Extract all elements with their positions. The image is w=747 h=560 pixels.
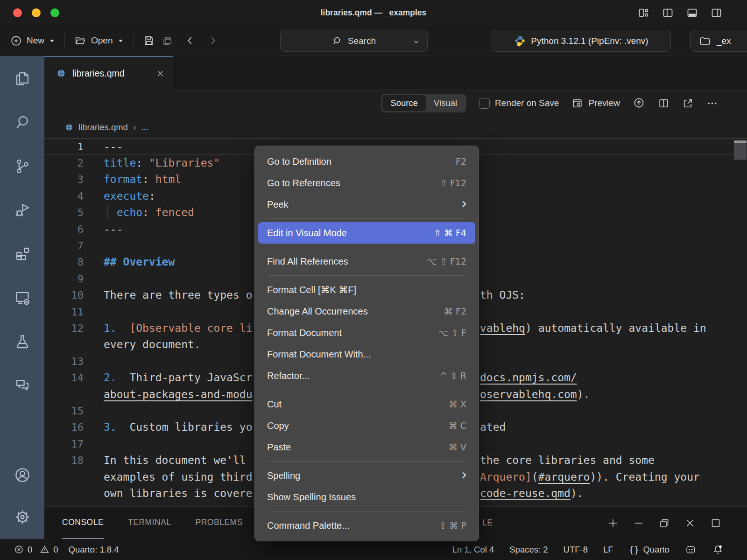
code-text: the core libraries and some	[480, 454, 655, 466]
settings-gear-icon[interactable]	[14, 508, 31, 526]
open-button[interactable]: Open	[74, 35, 123, 47]
cursor-position-status[interactable]: Ln 1, Col 4	[452, 545, 494, 555]
language-mode-status[interactable]: {} Quarto	[629, 545, 669, 555]
menu-item-format-cell-k-f[interactable]: Format Cell [⌘K ⌘F]	[255, 279, 479, 301]
encoding-status[interactable]: UTF-8	[564, 545, 588, 555]
account-icon[interactable]	[14, 466, 31, 484]
chat-icon[interactable]	[14, 377, 31, 394]
customize-layout-icon[interactable]	[637, 7, 650, 19]
line-number: 1	[44, 140, 84, 152]
open-in-new-window-button[interactable]	[682, 98, 694, 109]
panel-tab-terminal[interactable]: TERMINAL	[128, 507, 171, 539]
menu-item-peek[interactable]: Peek›	[255, 194, 479, 215]
menu-item-format-document-with[interactable]: Format Document With...	[255, 343, 479, 365]
eol-status[interactable]: LF	[603, 545, 613, 555]
quarto-version-status[interactable]: Quarto: 1.8.4	[69, 545, 119, 555]
breadcrumb-file[interactable]: libraries.qmd	[78, 122, 128, 133]
titlebar: libraries.qmd — _examples	[0, 0, 747, 26]
panel-tab-problems[interactable]: PROBLEMS	[196, 507, 243, 539]
more-actions-button[interactable]	[706, 98, 718, 109]
editor-scrollbar-thumb[interactable]	[734, 143, 747, 160]
search-icon	[332, 35, 343, 46]
save-button[interactable]	[143, 35, 155, 47]
status-bar: 0 0 Quarto: 1.8.4 Ln 1, Col 4 Spaces: 2 …	[0, 539, 747, 560]
new-button[interactable]: New	[10, 35, 55, 47]
visual-mode-button[interactable]: Visual	[426, 95, 465, 111]
toggle-panel-icon[interactable]	[686, 7, 698, 19]
chevron-down-icon	[118, 38, 124, 44]
menu-item-format-document[interactable]: Format Document⌥ ⇧ F	[255, 322, 479, 343]
render-document-button[interactable]	[633, 97, 645, 110]
preview-button[interactable]: Preview	[571, 98, 620, 109]
tab-libraries-qmd[interactable]: libraries.qmd	[44, 56, 173, 90]
maximize-panel-button[interactable]	[710, 518, 721, 529]
error-icon	[14, 545, 24, 554]
notifications-bell-icon[interactable]	[712, 544, 724, 555]
restore-panel-button[interactable]	[659, 518, 670, 529]
indentation-status[interactable]: Spaces: 2	[509, 545, 548, 555]
menu-separator	[268, 461, 466, 462]
remote-explorer-icon[interactable]	[14, 289, 31, 307]
menu-item-refactor[interactable]: Refactor...^ ⇧ R	[255, 365, 479, 386]
run-and-debug-icon[interactable]	[14, 201, 31, 219]
search-icon[interactable]	[14, 113, 31, 131]
problems-status[interactable]: 0 0	[14, 545, 58, 555]
menu-item-go-to-definition[interactable]: Go to DefinitionF2	[255, 151, 479, 172]
line-number: 16	[44, 421, 84, 433]
menu-item-show-spelling-issues[interactable]: Show Spelling Issues	[255, 486, 479, 508]
testing-icon[interactable]	[14, 333, 31, 350]
global-search-input[interactable]: Search	[280, 30, 428, 52]
breadcrumb-chevron-icon: ›	[133, 122, 136, 133]
explorer-icon[interactable]	[14, 70, 31, 87]
close-tab-icon[interactable]	[156, 70, 164, 77]
save-all-button[interactable]	[161, 35, 173, 47]
menu-item-command-palette[interactable]: Command Palette...⇧ ⌘ P	[255, 515, 479, 536]
breadcrumb-more[interactable]: ...	[141, 122, 148, 133]
navigate-forward-button[interactable]	[208, 35, 218, 46]
menu-item-edit-in-visual-mode[interactable]: Edit in Visual Mode⇧ ⌘ F4	[258, 222, 475, 244]
close-panel-button[interactable]	[684, 518, 696, 529]
navigate-back-button[interactable]	[185, 35, 195, 46]
quarto-file-icon	[56, 69, 66, 78]
menu-item-cut[interactable]: Cut⌘ X	[255, 393, 479, 415]
code-text: In this document we'll	[104, 454, 253, 466]
quarto-file-icon	[65, 123, 73, 132]
line-number: 5	[44, 207, 84, 218]
code-text: code-reuse.qmd).	[480, 487, 584, 499]
interpreter-selector-button[interactable]: Python 3.12.1 (PipEnv: .venv)	[492, 30, 671, 52]
braces-icon: {}	[629, 545, 640, 555]
code-text: examples of using third	[104, 471, 253, 483]
toggle-secondary-sidebar-icon[interactable]	[710, 7, 723, 19]
menu-item-go-to-references[interactable]: Go to References⇧ F12	[255, 172, 479, 194]
panel-tab-console[interactable]: CONSOLE	[62, 507, 104, 539]
line-number: 13	[44, 355, 84, 367]
search-dropdown-chevron-icon[interactable]	[413, 38, 420, 45]
menu-item-spelling[interactable]: Spelling›	[255, 465, 479, 486]
warning-icon	[40, 545, 49, 554]
python-logo-icon	[514, 35, 526, 47]
menu-item-paste[interactable]: Paste⌘ V	[255, 436, 479, 458]
source-mode-button[interactable]: Source	[382, 95, 426, 111]
line-number: 8	[44, 256, 84, 268]
line-number: 2	[44, 157, 84, 169]
copilot-status-icon[interactable]	[685, 544, 697, 555]
source-control-icon[interactable]	[14, 157, 31, 175]
extensions-icon[interactable]	[14, 245, 31, 263]
toggle-primary-sidebar-icon[interactable]	[662, 7, 674, 19]
menu-item-copy[interactable]: Copy⌘ C	[255, 415, 479, 436]
panel-tab-partial[interactable]: LE	[482, 507, 493, 539]
minimize-panel-button[interactable]	[633, 518, 644, 529]
toolbar-divider	[133, 34, 134, 48]
menu-item-change-all-occurrences[interactable]: Change All Occurrences⌘ F2	[255, 301, 479, 322]
render-arrow-icon	[633, 97, 645, 110]
save-all-icon	[161, 35, 173, 47]
workspace-selector-button[interactable]: _ex	[690, 30, 747, 52]
code-text: Arquero](#arquero)). Creating your	[480, 471, 700, 483]
menu-item-find-all-references[interactable]: Find All References⌥ ⇧ F12	[255, 251, 479, 272]
code-text: oservablehq.com).	[480, 388, 590, 400]
split-editor-button[interactable]	[658, 98, 669, 109]
code-text: ---	[104, 140, 123, 153]
render-on-save-checkbox[interactable]	[479, 98, 490, 109]
editor-action-bar: Source Visual Render on Save Preview	[44, 90, 747, 117]
new-console-button[interactable]	[607, 518, 619, 529]
